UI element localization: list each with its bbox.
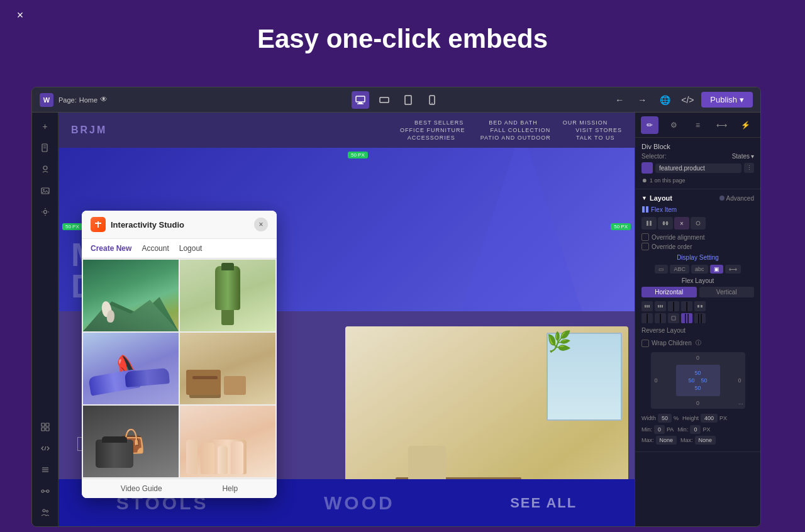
- sidebar-layers[interactable]: [36, 461, 54, 479]
- layout-grid-btn-5[interactable]: [694, 301, 706, 311]
- modal-help[interactable]: Help: [222, 484, 238, 493]
- device-mobile[interactable]: [423, 91, 441, 109]
- sidebar-pages[interactable]: [36, 139, 54, 157]
- min-width-group: Min: 0 PA: [641, 425, 674, 434]
- panel-responsive-btn[interactable]: ⟷: [713, 116, 731, 134]
- sidebar-assets[interactable]: [36, 160, 54, 178]
- nav-link-officefurniture[interactable]: OFFICE FURNITURE: [400, 127, 465, 133]
- spacing-right[interactable]: 0: [738, 377, 741, 384]
- width-group: Width 50 %: [641, 414, 679, 423]
- svg-rect-28: [646, 206, 648, 213]
- align-btn-2[interactable]: [658, 217, 673, 230]
- publish-button[interactable]: Publish ▾: [701, 92, 753, 108]
- sidebar-code[interactable]: [36, 440, 54, 457]
- panel-interactions-btn[interactable]: ⚡: [737, 116, 755, 134]
- sidebar-media[interactable]: [36, 182, 54, 199]
- sidebar-integrations[interactable]: [36, 482, 54, 500]
- modal-image-furniture[interactable]: [180, 333, 275, 404]
- wrap-children-checkbox[interactable]: [641, 340, 649, 347]
- modal-nav-account[interactable]: Account: [142, 244, 169, 253]
- globe-button[interactable]: 🌐: [656, 91, 674, 109]
- layout-grid-btn-3[interactable]: |: [668, 301, 679, 311]
- eye-icon[interactable]: 👁: [100, 95, 110, 105]
- selector-value[interactable]: featured.product: [655, 163, 741, 173]
- layout-grid-btn-7[interactable]: |: [655, 313, 666, 323]
- min-width-input[interactable]: 0: [654, 425, 665, 434]
- sidebar-settings[interactable]: [36, 203, 54, 221]
- nav-link-visitstores[interactable]: VISIT STORES: [575, 127, 622, 133]
- horizontal-btn[interactable]: Horizontal: [641, 287, 697, 297]
- collapse-arrow[interactable]: ▼: [641, 195, 647, 201]
- panel-layers-btn[interactable]: ≡: [689, 116, 706, 134]
- width-unit: %: [674, 415, 679, 421]
- modal-image-bottle[interactable]: [180, 260, 275, 331]
- display-none-btn[interactable]: ⟷: [725, 265, 741, 274]
- spacing-bottom[interactable]: 0: [696, 400, 699, 406]
- override-order-checkbox[interactable]: [641, 243, 649, 250]
- redo-button[interactable]: →: [633, 91, 651, 109]
- sidebar-team[interactable]: [36, 504, 54, 521]
- panel-style-btn[interactable]: ✏: [641, 116, 658, 134]
- nav-link-bedandbath[interactable]: BED AND BATH: [489, 119, 537, 126]
- undo-button[interactable]: ←: [611, 91, 628, 109]
- code-button[interactable]: </>: [679, 91, 696, 109]
- modal-close-btn[interactable]: ×: [254, 218, 268, 231]
- modal-nav-logout[interactable]: Logout: [179, 244, 203, 253]
- layout-grid-btn-1[interactable]: [641, 301, 653, 311]
- svg-rect-30: [650, 221, 652, 226]
- align-btn-x[interactable]: ×: [674, 217, 689, 230]
- device-desktop[interactable]: [352, 91, 369, 109]
- device-tablet-v[interactable]: [399, 91, 417, 109]
- device-tablet-h[interactable]: [375, 91, 393, 109]
- spacing-center-bottom[interactable]: 50: [694, 385, 701, 391]
- sidebar-add[interactable]: +: [36, 118, 54, 135]
- dimension-row: Width 50 % Height 400 PX: [641, 414, 754, 423]
- align-btn-3[interactable]: [691, 217, 706, 230]
- svg-line-18: [45, 446, 46, 450]
- states-btn[interactable]: States ▾: [732, 153, 754, 160]
- width-input[interactable]: 50: [658, 414, 672, 423]
- spacing-center-right[interactable]: 50: [701, 377, 708, 384]
- nav-link-accessories[interactable]: ACCESSORIES: [408, 135, 455, 141]
- display-flex-btn[interactable]: ▣: [710, 265, 723, 274]
- max-height-input[interactable]: None: [695, 436, 716, 445]
- height-label: Height: [682, 415, 699, 421]
- page-title: Easy one-click embeds: [257, 24, 548, 54]
- spacing-center-top[interactable]: 50: [694, 370, 701, 376]
- nav-link-ourmission[interactable]: OUR MISSION: [563, 119, 608, 126]
- min-height-input[interactable]: 0: [690, 425, 701, 434]
- modal-image-shoes[interactable]: [83, 333, 179, 404]
- panel-settings-btn[interactable]: ⚙: [665, 116, 682, 134]
- height-input[interactable]: 400: [701, 414, 718, 423]
- display-inline-block-btn[interactable]: ABC: [670, 265, 689, 274]
- spacing-center-left[interactable]: 50: [688, 377, 694, 384]
- sidebar-components[interactable]: [36, 418, 54, 436]
- max-width-input[interactable]: None: [656, 436, 677, 445]
- layout-grid-btn-8[interactable]: [668, 313, 679, 323]
- spacing-left[interactable]: 0: [655, 377, 658, 384]
- display-inline-btn[interactable]: abc: [691, 265, 708, 274]
- spacing-top[interactable]: 0: [696, 355, 699, 361]
- layout-grid-btn-10[interactable]: ||: [694, 313, 706, 323]
- layout-grid-btn-9[interactable]: ||: [681, 313, 692, 323]
- layout-grid-btn-2[interactable]: [655, 301, 666, 311]
- modal-image-lotion[interactable]: [180, 406, 275, 477]
- nav-link-fallcollection[interactable]: FALL COLLECTION: [491, 127, 551, 133]
- modal-image-bag[interactable]: [83, 406, 179, 477]
- layout-grid-btn-4[interactable]: |: [681, 301, 692, 311]
- nav-link-patiooutdoor[interactable]: PATIO AND OUTDOOR: [480, 135, 551, 141]
- close-button[interactable]: ×: [13, 8, 28, 23]
- modal-image-mountain[interactable]: [83, 260, 179, 331]
- override-align-checkbox[interactable]: [641, 233, 649, 241]
- advanced-btn[interactable]: Advanced: [719, 195, 754, 202]
- nav-link-talktous[interactable]: TALK TO US: [576, 135, 615, 141]
- modal-nav-create[interactable]: Create New: [91, 244, 131, 253]
- display-block-btn[interactable]: ▭: [655, 265, 668, 274]
- nav-link-bestsellers[interactable]: BEST SELLERS: [414, 119, 464, 126]
- layout-grid-btn-6[interactable]: |: [641, 313, 653, 323]
- spacing-options[interactable]: ⋯: [738, 401, 743, 407]
- align-btn-1[interactable]: [641, 217, 657, 230]
- modal-video-guide[interactable]: Video Guide: [121, 484, 162, 493]
- selector-options-btn[interactable]: ⋮: [744, 163, 754, 173]
- vertical-btn[interactable]: Vertical: [699, 287, 755, 297]
